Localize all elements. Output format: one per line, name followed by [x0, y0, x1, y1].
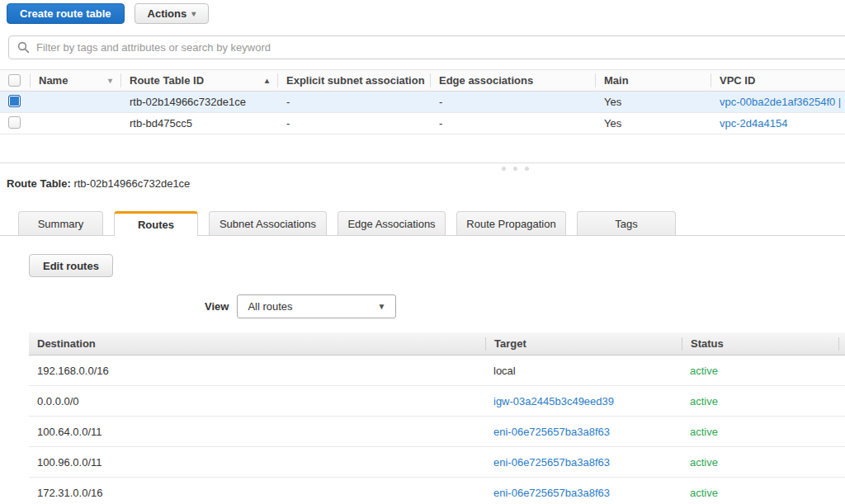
actions-button[interactable]: Actions ▾ [135, 3, 210, 24]
column-header-edge-associations[interactable]: Edge associations [431, 73, 596, 87]
tab-subnet-associations[interactable]: Subnet Associations [209, 211, 327, 235]
route-row: 192.168.0.0/16 local active [29, 356, 845, 386]
view-label: View [205, 300, 229, 313]
cell-edge-associations: - [431, 96, 596, 108]
column-header-destination[interactable]: Destination [29, 337, 485, 351]
cell-route-table-id: rtb-02b14966c732de1ce [121, 96, 278, 108]
tab-bar: Summary Routes Subnet Associations Edge … [0, 211, 845, 236]
column-header-route-table-id[interactable]: Route Table ID ▴ [121, 73, 278, 87]
cell-status: active [682, 395, 838, 407]
vpc-id-link[interactable]: vpc-00ba2de1af36254f0 | [720, 96, 841, 108]
column-header-name[interactable]: Name ▾ [31, 73, 121, 87]
cell-destination: 100.64.0.0/11 [29, 426, 485, 438]
sort-asc-icon[interactable]: ▴ [265, 77, 277, 85]
routes-table: Destination Target Status 192.168.0.0/16… [29, 332, 845, 504]
view-row: View All routes ▼ [0, 294, 845, 318]
column-header-main[interactable]: Main [596, 73, 711, 87]
tab-tags[interactable]: Tags [577, 211, 676, 235]
route-row: 0.0.0.0/0 igw-03a2445b3c49eed39 active [29, 386, 845, 417]
cell-status: active [682, 365, 838, 377]
column-header-name-label: Name [39, 74, 68, 87]
routes-table-header: Destination Target Status [29, 332, 845, 356]
column-header-status[interactable]: Status [682, 337, 838, 351]
row-checkbox[interactable] [8, 116, 21, 129]
detail-title-label: Route Table: [7, 177, 71, 190]
tab-routes[interactable]: Routes [114, 211, 198, 236]
actions-button-label: Actions [148, 7, 187, 20]
cell-main: Yes [596, 117, 711, 130]
detail-title-value: rtb-02b14966c732de1ce [73, 177, 190, 190]
cell-destination: 100.96.0.0/11 [29, 456, 485, 469]
column-header-explicit-subnet-association[interactable]: Explicit subnet association [278, 73, 431, 87]
edit-routes-button[interactable]: Edit routes [29, 254, 113, 277]
tab-summary[interactable]: Summary [18, 211, 103, 235]
table-row[interactable]: rtb-02b14966c732de1ce - - Yes vpc-00ba2d… [0, 92, 845, 113]
filter-bar[interactable] [8, 35, 845, 59]
tab-route-propagation[interactable]: Route Propagation [456, 211, 566, 235]
column-header-route-table-id-label: Route Table ID [130, 74, 204, 87]
route-tables-table: Name ▾ Route Table ID ▴ Explicit subnet … [0, 69, 845, 134]
cell-destination: 192.168.0.0/16 [29, 365, 485, 377]
cell-status: active [682, 456, 838, 469]
cell-route-table-id: rtb-bd475cc5 [121, 117, 278, 130]
cell-target: local [485, 365, 682, 377]
cell-status: active [682, 487, 838, 499]
sort-caret-icon[interactable]: ▾ [108, 77, 120, 85]
select-all-checkbox[interactable] [8, 74, 21, 87]
tab-edge-associations[interactable]: Edge Associations [338, 211, 446, 235]
column-header-vpc-id[interactable]: VPC ID [711, 73, 845, 87]
column-header-filler [838, 337, 845, 351]
row-checkbox[interactable] [8, 95, 21, 107]
create-route-table-button[interactable]: Create route table [7, 3, 125, 24]
cell-destination: 172.31.0.0/16 [29, 487, 485, 499]
cell-main: Yes [596, 96, 711, 108]
view-select[interactable]: All routes ▼ [237, 294, 396, 318]
pane-divider [0, 163, 845, 174]
view-select-value: All routes [248, 300, 292, 313]
target-link[interactable]: eni-06e725657ba3a8f63 [493, 456, 610, 469]
table-row[interactable]: rtb-bd475cc5 - - Yes vpc-2d4a4154 [0, 113, 845, 134]
drag-handle-icon[interactable] [502, 167, 529, 171]
route-row: 172.31.0.0/16 eni-06e725657ba3a8f63 acti… [29, 478, 845, 504]
cell-explicit-subnet-association: - [278, 117, 431, 130]
route-row: 100.96.0.0/11 eni-06e725657ba3a8f63 acti… [29, 447, 845, 478]
target-link[interactable]: eni-06e725657ba3a8f63 [493, 487, 610, 499]
detail-title: Route Table: rtb-02b14966c732de1ce [7, 177, 845, 190]
cell-edge-associations: - [431, 117, 596, 130]
filter-input[interactable] [36, 41, 839, 54]
route-row: 100.64.0.0/11 eni-06e725657ba3a8f63 acti… [29, 417, 845, 447]
cell-explicit-subnet-association: - [278, 96, 431, 108]
column-header-target[interactable]: Target [485, 337, 682, 351]
route-tables-header: Name ▾ Route Table ID ▴ Explicit subnet … [0, 69, 845, 92]
cell-status: active [682, 426, 838, 438]
search-icon [17, 41, 30, 54]
target-link[interactable]: eni-06e725657ba3a8f63 [493, 426, 610, 438]
target-link[interactable]: igw-03a2445b3c49eed39 [493, 395, 614, 407]
chevron-down-icon: ▾ [191, 10, 196, 18]
toolbar: Create route table Actions ▾ [0, 0, 845, 25]
select-caret-icon: ▼ [377, 303, 385, 311]
cell-destination: 0.0.0.0/0 [29, 395, 485, 407]
vpc-id-link[interactable]: vpc-2d4a4154 [720, 117, 787, 130]
